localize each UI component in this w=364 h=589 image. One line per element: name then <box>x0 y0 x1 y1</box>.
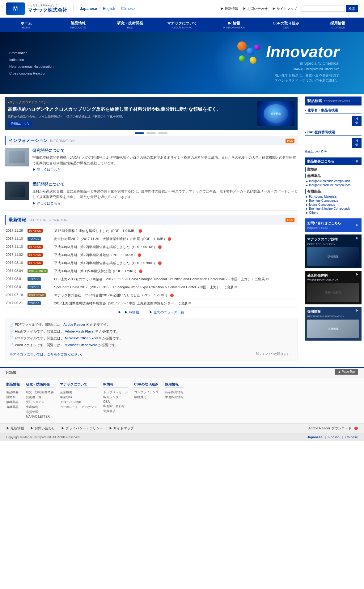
latest-item-link[interactable]: SpeChem China 2017（2017.8.30〜9.1 Shangha… <box>54 285 237 289</box>
sidebar-cas-input-area: 検索 <box>305 138 362 148</box>
footer-sitemap-link[interactable]: ▶ サイトマップ <box>109 426 134 430</box>
sidebar-sub-bromine-iodine[interactable]: Bromine & Iodine Compounds <box>305 207 362 211</box>
sidebar-core-tech-banner[interactable]: マナックのコア技術 CORE TECHNOLOGY 技術画像 ▶ <box>305 234 362 268</box>
file-info-section: 📄 PDFファイルです。閲覧には、 Adobe Reader ✉ が必要です。 … <box>5 318 298 361</box>
search-input[interactable] <box>302 6 345 12</box>
footer-item[interactable]: 中途採用情報 <box>165 395 184 400</box>
sidebar-trust-banner[interactable]: 受託開発体制 TRUST DEVELOPMENT 開発体制画像 ▶ <box>305 271 362 304</box>
footer-contact-link[interactable]: ▶ お問い合わせ <box>30 426 55 430</box>
latest-item-link[interactable]: マナック株式会社 CSR報告書2017を公開いたしました（PDF：1.29MB） <box>54 293 169 297</box>
sidebar-sub-others[interactable]: Others <box>305 211 362 215</box>
header-latest-link[interactable]: ▶ 最新情報 <box>220 6 238 11</box>
footer-lang-cn[interactable]: Chinese <box>345 435 358 439</box>
latest-item-link[interactable]: 衛生技術展2017（2017.11.30 大阪産業創造館）に出展（PDF：1.1… <box>54 237 167 241</box>
footer-lang-ja[interactable]: Japanese <box>307 435 323 439</box>
sidebar-cas-search-button[interactable]: 検索 <box>352 138 362 148</box>
footer-col-rd: 研究・技術開発 研究・技術開発概要 技術書一覧 受託システム 生産体制 品質管理… <box>26 382 54 419</box>
pdf-file-icon: 🔴 <box>157 261 162 265</box>
sidebar-sub-inorganic-bromine[interactable]: Inorganic bromine compounds <box>305 183 362 187</box>
footer-lang-en[interactable]: English <box>328 435 340 439</box>
latest-item-link[interactable]: 平成30年3月期 第1四半期報告書を掲載しました（PDF：578KB） <box>54 261 157 265</box>
news-thumb-2 <box>5 182 29 200</box>
nav-ir[interactable]: IR 情報 IR INFORMATION <box>208 18 260 32</box>
flash-player-link[interactable]: Adobe Flash Player <box>65 329 95 333</box>
footer-col-rd-list: 研究・技術開発概要 技術書一覧 受託システム 生産体制 品質管理 MANAC L… <box>26 390 54 419</box>
latest-item-link[interactable]: FBC上海2017ものづくり商談会（2017.9.21〜23 China Sha… <box>54 277 269 281</box>
nav-about[interactable]: マナックについて ABOUT MANAC <box>156 18 208 32</box>
footer-item[interactable]: MANAC LETTER <box>26 415 54 419</box>
dot-3[interactable] <box>158 132 167 134</box>
logo-text-area: 人と化学の未来をめざして マナック株式会社 <box>28 4 67 14</box>
sidebar-chem-input[interactable] <box>305 116 351 126</box>
nav-csr[interactable]: CSRの取り組み CER <box>260 18 312 32</box>
word-link[interactable]: Microsoft Office Word <box>65 343 97 347</box>
sidebar-sub-bromine[interactable]: Bromine Compounds <box>305 199 362 203</box>
footer-item[interactable]: コンプライアンス <box>134 390 159 395</box>
lang-english[interactable]: English <box>103 6 115 11</box>
footer-item[interactable]: トップメッセージ <box>103 390 128 395</box>
news-more-1[interactable]: ▶ 詳しくはこちら <box>32 167 298 172</box>
footer-item[interactable]: IRお問い合わせ <box>103 404 128 409</box>
latest-item-link[interactable]: 平成30年3月期 第2四半期報告書を掲載しました（PDF：601KB） <box>54 245 157 249</box>
sidebar-recruit-banner[interactable]: 採用情報 RECRUITING INFORMATION 採用画像 ▶ <box>305 307 362 341</box>
ir-info-link[interactable]: ▶ IR情報 <box>125 310 139 315</box>
sidebar-chem-search-button[interactable]: 検索 <box>352 116 362 126</box>
footer-privacy-link[interactable]: ▶ プライバシー・ポリシー <box>61 426 103 430</box>
footer-item[interactable]: 免責事項 <box>103 409 128 414</box>
news-more-2[interactable]: ▶ 詳しくはこちら <box>32 201 298 206</box>
nav-products[interactable]: 製品情報 PRODUCTS <box>52 18 104 32</box>
sidebar-sub-functional[interactable]: Functional Materials <box>305 195 362 199</box>
ball-green <box>239 55 245 62</box>
footer-item[interactable]: 品質管理 <box>26 410 54 415</box>
footer-item[interactable]: 事業領域 <box>60 395 97 400</box>
header-sitemap-link[interactable]: ▶ サイトマップ <box>272 6 297 11</box>
footer-item[interactable]: コーポレート・ガバナンス <box>60 405 97 410</box>
nav-home[interactable]: ホーム HOME <box>0 18 52 32</box>
footer-item[interactable]: 無機薬品 <box>6 400 20 405</box>
footer-item[interactable]: 受託システム <box>26 400 54 405</box>
sidebar-inquiry-banner[interactable]: お問い合わせはこちら INQUIRY FORM ▶ <box>305 218 362 232</box>
lang-chinese[interactable]: Chinese <box>121 6 135 11</box>
footer-latest-link[interactable]: ▶ 最新情報 <box>6 426 24 430</box>
search-note-link[interactable]: 検索について ✉ <box>305 149 362 154</box>
dot-2[interactable] <box>146 132 156 134</box>
footer-item[interactable]: IRカレンダー <box>103 395 128 400</box>
footer-item[interactable]: 生産体制 <box>26 405 54 410</box>
sidebar-cas-input[interactable] <box>305 138 351 148</box>
icon-note-link[interactable]: ※アイコンについては、こちらをご覧ください。 <box>10 351 84 358</box>
latest-item-link[interactable]: 平成30年3月期 第2四半期決算短信（PDF：184KB） <box>54 253 137 257</box>
footer-item[interactable]: 企業概要 <box>60 390 97 395</box>
footer-item[interactable]: 技術書一覧 <box>26 395 54 400</box>
footer-item[interactable]: 新卒採用情報 <box>165 390 184 395</box>
latest-rss-button[interactable]: RSS <box>286 218 294 222</box>
footer-item[interactable]: Q&A <box>103 400 128 404</box>
latest-item-link[interactable]: 平成30年3月期 第１四半期決算短信（PDF：179KB） <box>54 269 138 273</box>
nav-recruit[interactable]: 採用情報 ADOPTION <box>312 18 364 32</box>
sidebar-sub-inorganic-chloride[interactable]: Inorganic chloride compounds <box>305 179 362 183</box>
dot-1[interactable] <box>135 132 144 134</box>
footer-item[interactable]: 研究・技術開発概要 <box>26 390 54 395</box>
lang-japanese[interactable]: Japanese <box>80 6 97 11</box>
sidebar-sub-iodine[interactable]: Iodine Compounds <box>305 203 362 207</box>
adobe-download-link[interactable]: Adobe Reader ダウンロード <box>308 426 352 430</box>
latest-date: 2017.11.10 <box>5 235 26 243</box>
info-rss-button[interactable]: RSS <box>286 139 294 143</box>
pdf-file-icon: 🔴 <box>157 245 162 249</box>
footer-item[interactable]: 製品概要 <box>6 390 20 395</box>
latest-date: 2017.06.27 <box>5 299 26 307</box>
footer-item[interactable]: グローバル戦略 <box>60 400 97 405</box>
latest-item-link[interactable]: 2017上海国際難燃技術材料展覧会（2017.7.5〜7 中国 上海新国際博覧セ… <box>54 301 191 305</box>
nav-rd[interactable]: 研究・技術開発 R&D <box>104 18 156 32</box>
core-tech-detail-link[interactable]: 詳細はこちら <box>8 121 32 127</box>
page-top-button[interactable]: ▲ Page Top <box>335 369 358 375</box>
excel-link[interactable]: Microsoft Office Excel <box>65 336 98 340</box>
all-news-link[interactable]: ▶ 全てのニュース一覧 <box>149 310 184 315</box>
header-contact-link[interactable]: ▶ お問い合わせ <box>243 6 268 11</box>
footer-item[interactable]: 難燃剤 <box>6 395 20 400</box>
adobe-reader-link[interactable]: Adobe Reader <box>63 323 85 326</box>
footer-item[interactable]: 有機薬品 <box>6 405 20 410</box>
info-section-en: INFORMATION <box>50 139 75 143</box>
search-button[interactable]: 検索 <box>346 5 358 12</box>
latest-item-link[interactable]: 第73期中間株主通信を掲載しました（PDF：1.94MB） <box>54 229 138 233</box>
footer-item[interactable]: 環境対応 <box>134 395 159 400</box>
